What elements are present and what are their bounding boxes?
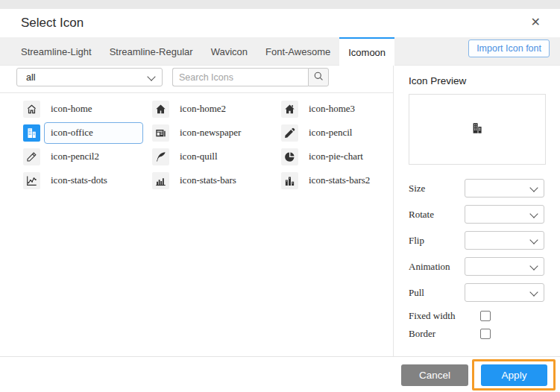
grid-item-icon-stats-bars2[interactable]: icon-stats-bars2 (281, 168, 410, 192)
search-input[interactable] (172, 68, 308, 86)
dialog-title: Select Icon (21, 16, 84, 31)
icon-label: icon-stats-bars2 (309, 174, 370, 186)
grid-item-icon-stats-bars[interactable]: icon-stats-bars (152, 168, 281, 192)
grid-item-icon-home2[interactable]: icon-home2 (152, 97, 281, 121)
dialog-footer: Cancel Apply (0, 356, 560, 392)
icon-stats-dots-icon (23, 172, 40, 189)
icon-pie-chart-icon (281, 148, 298, 165)
tab-streamline-light[interactable]: Streamline-Light (12, 37, 101, 65)
option-check-label: Fixed width (409, 310, 465, 322)
grid-item-icon-home[interactable]: icon-home (23, 97, 152, 121)
tab-wavicon[interactable]: Wavicon (202, 37, 257, 65)
rotate-select[interactable] (465, 205, 544, 224)
option-field-row: Pull (409, 283, 544, 302)
icon-pencil-icon (281, 124, 298, 142)
option-check-label: Border (409, 328, 465, 340)
chevron-down-icon (529, 288, 538, 296)
icon-preview-title: Icon Preview (409, 75, 466, 86)
icon-option-checkboxes: Fixed width Border (409, 310, 544, 346)
grid-item-icon-office[interactable]: icon-office (23, 121, 152, 145)
option-field-label: Flip (409, 235, 424, 247)
icon-list-pane: all icon-home (0, 66, 393, 356)
option-field-label: Animation (409, 261, 450, 273)
icon-grid: icon-home icon-home2 icon-home3 icon-off… (0, 92, 393, 356)
icon-home2-icon (152, 101, 169, 118)
icon-label: icon-newspaper (180, 127, 241, 139)
option-field-label: Rotate (409, 209, 434, 221)
chevron-down-icon (529, 235, 538, 244)
tab-font-awesome[interactable]: Font-Awesome (257, 37, 339, 65)
preview-office-icon (471, 122, 483, 137)
size-select[interactable] (465, 179, 544, 197)
icon-settings-pane: Icon Preview Size Rotate Flip Animation … (393, 66, 560, 356)
icon-label: icon-home2 (180, 103, 226, 115)
option-check-row: Fixed width (409, 310, 544, 322)
option-field-label: Pull (409, 287, 424, 299)
icon-preview-box (409, 94, 546, 165)
icon-pencil2-icon (23, 148, 40, 165)
option-check-row: Border (409, 328, 544, 340)
icon-newspaper-icon (152, 124, 169, 142)
cancel-button[interactable]: Cancel (401, 364, 468, 386)
icon-quill-icon (152, 148, 169, 165)
category-select-value: all (26, 72, 36, 83)
icon-stats-bars-icon (152, 172, 169, 189)
grid-item-icon-pencil2[interactable]: icon-pencil2 (23, 145, 152, 168)
fixed-width-checkbox[interactable] (480, 311, 491, 321)
dialog-header: Select Icon ✕ (0, 9, 560, 37)
tab-bar: Streamline-Light Streamline-Regular Wavi… (0, 37, 560, 66)
grid-item-icon-stats-dots[interactable]: icon-stats-dots (23, 168, 152, 192)
option-field-row: Animation (409, 257, 544, 276)
option-field-label: Size (409, 183, 425, 195)
icon-label: icon-stats-bars (180, 174, 236, 186)
icon-office-icon (23, 124, 40, 142)
chevron-down-icon (529, 262, 538, 270)
filter-row: all (0, 68, 393, 89)
icon-label: icon-pencil (309, 127, 352, 139)
icon-stats-bars2-icon (281, 172, 298, 189)
icon-label: icon-home3 (309, 103, 355, 115)
option-field-row: Flip (409, 231, 544, 250)
chevron-down-icon (529, 183, 538, 192)
search-icon (313, 71, 324, 84)
category-select[interactable]: all (16, 68, 163, 86)
icon-option-fields: Size Rotate Flip Animation Pull (409, 179, 544, 309)
icon-label: icon-pencil2 (51, 151, 99, 162)
close-icon[interactable]: ✕ (531, 15, 541, 30)
border-checkbox[interactable] (480, 329, 491, 339)
search-button[interactable] (308, 68, 329, 86)
grid-item-icon-newspaper[interactable]: icon-newspaper (152, 121, 281, 145)
pull-select[interactable] (465, 283, 544, 302)
animation-select[interactable] (465, 257, 544, 276)
icon-label: icon-office (51, 127, 93, 139)
grid-item-icon-pencil[interactable]: icon-pencil (281, 121, 410, 145)
icon-home3-icon (281, 101, 298, 118)
icon-label: icon-home (51, 103, 92, 115)
import-icon-font-button[interactable]: Import Icon font (468, 39, 550, 57)
icon-label: icon-quill (180, 151, 218, 162)
page-background: Select Icon ✕ Streamline-Light Streamlin… (0, 0, 560, 392)
chevron-down-icon (147, 72, 155, 80)
icon-label: icon-pie-chart (309, 151, 363, 162)
option-field-row: Rotate (409, 205, 544, 224)
grid-item-icon-pie-chart[interactable]: icon-pie-chart (281, 145, 410, 168)
grid-item-icon-quill[interactable]: icon-quill (152, 145, 281, 168)
chevron-down-icon (529, 209, 538, 218)
icon-home-icon (23, 101, 40, 118)
grid-item-icon-home3[interactable]: icon-home3 (281, 97, 410, 121)
apply-button[interactable]: Apply (481, 364, 547, 386)
flip-select[interactable] (465, 231, 544, 250)
icon-label: icon-stats-dots (51, 174, 107, 186)
tab-streamline-regular[interactable]: Streamline-Regular (101, 37, 202, 65)
dialog-content: all icon-home (0, 66, 560, 356)
option-field-row: Size (409, 179, 544, 197)
select-icon-dialog: Select Icon ✕ Streamline-Light Streamlin… (0, 9, 560, 392)
tab-icomoon[interactable]: Icomoon (339, 37, 394, 66)
